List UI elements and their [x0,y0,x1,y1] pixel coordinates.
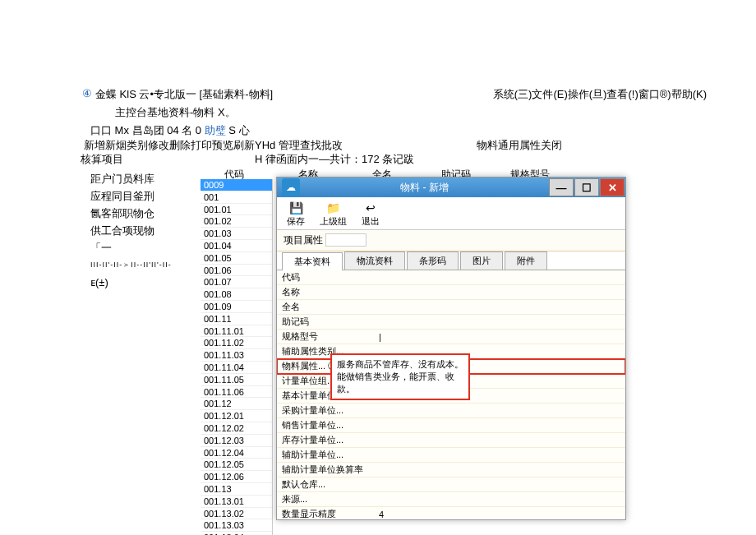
save-icon: 💾 [289,201,302,214]
code-row[interactable]: 001.12 [201,398,272,410]
maximize-button[interactable]: ☐ [574,178,599,196]
tb-edit[interactable]: 修改 [148,138,169,153]
code-row[interactable]: 001.13.03 [201,519,272,532]
main-menu-bar: 系统(三) 文件(E) 操作(旦) 查看(!) 窗口®) 帮助(K) [493,87,707,102]
left-item[interactable]: 应程同目釜刑 [90,187,189,205]
form-label: 来源... [277,493,376,505]
code-row[interactable]: 001.12.04 [201,447,272,459]
form-label: 数量显示精度 [277,508,376,518]
hint-callout: 服务商品不管库存、没有成本。 能做销售类业务，能开票、收款。 [330,353,470,400]
form-row[interactable]: 名称 [277,285,625,300]
tb-yhd[interactable]: YHd 管理 [255,138,300,153]
tb-print[interactable]: 打印 [191,138,212,153]
status-count: H 律函面内一—共计：172 条记跋 [255,152,414,167]
code-row[interactable]: 001.13.04 [201,532,272,535]
form-label: 全名 [277,301,376,313]
code-row[interactable]: 001.11.02 [201,337,272,349]
cloud-icon: ☁ [282,178,300,196]
code-row[interactable]: 001.12.03 [201,435,272,447]
code-row[interactable]: 001.03 [201,228,272,240]
code-row[interactable]: 001.07 [201,276,272,288]
minimize-button[interactable]: — [549,178,574,196]
code-row[interactable]: 001.12.06 [201,471,272,483]
code-row[interactable]: 001.12.02 [201,422,272,435]
form-value[interactable]: 4 [376,510,625,519]
left-tree-panel: 距户门员料库 应程同目釜刑 氤客部职物仓 供工合项现物 「一 III-II'-I… [90,170,189,291]
menu-help[interactable]: 帮助(K) [671,87,707,102]
form-row[interactable]: 来源... [277,492,625,507]
close-button[interactable]: ✕ [600,178,625,196]
form-label: 辅助计量单位换算率 [277,464,376,476]
tb-refresh[interactable]: 刷新 [233,138,255,153]
form-row[interactable]: 默认仓库... [277,477,625,492]
left-item[interactable]: III-II'-II-＞II--II'II'-II- [90,256,189,274]
form-label: 辅助计量单位... [277,449,376,461]
material-new-dialog: ☁ 物料 - 新增 — ☐ ✕ 💾 保存 📁 上级组 ↩ 退出 项目属性 基本资… [276,177,626,520]
code-row[interactable]: 001.08 [201,288,272,301]
form-row[interactable]: 销售计量单位... [277,418,625,433]
menu-file[interactable]: 文件(E) [532,87,567,102]
tab-basic[interactable]: 基本资料 [282,252,343,270]
left-item[interactable]: 氤客部职物仓 [90,205,189,222]
code-row[interactable]: 001.06 [201,265,272,277]
tb-find[interactable]: 查找 [300,138,321,153]
code-row[interactable]: 001.11.03 [201,349,272,362]
code-row[interactable]: 001.11.01 [201,325,272,338]
code-row[interactable]: 001.11 [201,313,272,325]
parent-group-button[interactable]: 📁 上级组 [320,201,347,228]
form-row[interactable]: 采购计量单位... [277,404,625,418]
menu-system[interactable]: 系统(三) [493,87,532,102]
menu-operate[interactable]: 操作(旦) [568,87,607,102]
circ-num-icon: ④ [82,87,92,102]
code-row[interactable]: 001.12.05 [201,459,272,471]
code-row[interactable]: 001.11.04 [201,362,272,374]
form-row[interactable]: 辅助计量单位换算率 [277,463,625,477]
code-row[interactable]: 001.13.02 [201,508,272,520]
left-item[interactable]: 距户门员料库 [90,170,189,187]
code-row[interactable]: 001.13 [201,483,272,496]
code-row[interactable]: 001.11.05 [201,374,272,386]
form-row[interactable]: 全名 [277,300,625,315]
code-row[interactable]: 001.12.01 [201,410,272,422]
code-list: 0009001001.01001.02001.03001.04001.05001… [201,179,273,535]
form-row[interactable]: 数量显示精度4 [277,507,625,518]
project-attr-input[interactable] [325,233,366,247]
tab-image[interactable]: 图片 [460,251,503,270]
code-row[interactable]: 001.09 [201,301,272,313]
form-row[interactable]: 库存计量单位... [277,433,625,448]
save-button[interactable]: 💾 保存 [287,201,305,228]
code-row[interactable]: 001.02 [201,215,272,228]
code-row[interactable]: 001.11.06 [201,386,272,399]
tab-attach[interactable]: 附件 [505,251,547,270]
tab-barcode[interactable]: 条形码 [407,251,459,270]
code-row[interactable]: 001.13.01 [201,496,272,508]
app-title: 金蝶 KlS 云•专北版一 [基础素料-物料] [95,87,273,102]
code-row[interactable]: 001 [201,191,272,204]
left-item[interactable]: 「一 [90,239,189,256]
code-row[interactable]: 001.05 [201,252,272,265]
main-toolbar: 新增 新烟类别 修改 删除 打印 预览 刷新 YHd 管理 查找 批改 [84,138,343,153]
tb-preview[interactable]: 预览 [212,138,233,153]
tb-new[interactable]: 新增 [84,138,105,153]
left-item[interactable]: ᴇ(±) [90,274,189,291]
tb-batch[interactable]: 批改 [321,138,343,153]
tb-newcat[interactable]: 新烟类别 [105,138,148,153]
tab-logistics[interactable]: 物流资料 [344,251,405,270]
left-item[interactable]: 供工合项现物 [90,222,189,239]
code-row[interactable]: 001.01 [201,204,272,216]
tb-close-common[interactable]: 物料通用属性关闭 [477,138,562,153]
menu-view[interactable]: 查看(!) [606,87,638,102]
sub-line: 口口 Mx 昌岛团 04 名 0 助璧 S 心 [90,123,250,138]
tb-delete[interactable]: 删除 [169,138,191,153]
status-left: 核算项目 [81,152,123,167]
code-row[interactable]: 0009 [201,179,272,191]
menu-window[interactable]: 窗口®) [638,87,671,102]
form-value[interactable]: | [376,332,625,342]
blue-link[interactable]: 助璧 [205,124,226,136]
form-row[interactable]: 辅助计量单位... [277,448,625,463]
exit-button[interactable]: ↩ 退出 [362,201,380,228]
code-row[interactable]: 001.04 [201,240,272,252]
form-row[interactable]: 助记码 [277,315,625,330]
form-row[interactable]: 代码 [277,270,625,285]
form-row[interactable]: 规格型号| [277,330,625,344]
